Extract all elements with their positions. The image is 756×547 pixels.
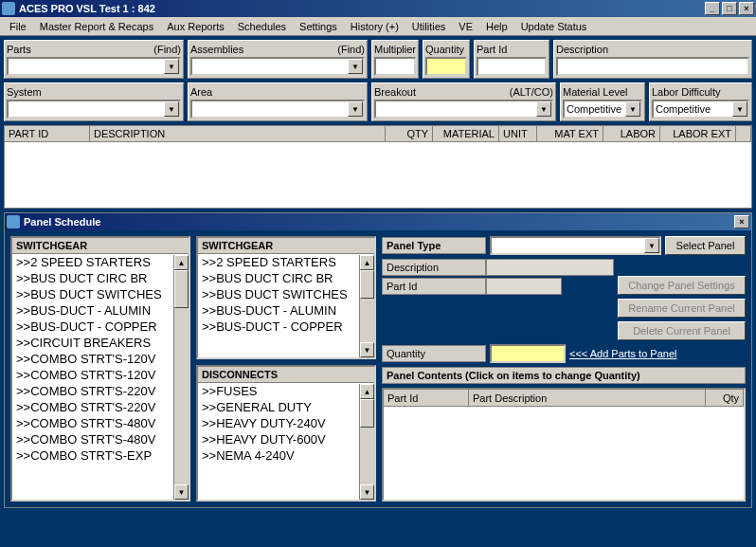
disconnects-header: DISCONNECTS — [198, 367, 374, 383]
disconnects-list[interactable]: DISCONNECTS >>FUSES>>GENERAL DUTY>>HEAVY… — [196, 365, 376, 501]
cont-col-partid[interactable]: Part Id — [384, 390, 469, 406]
assemblies-combo[interactable] — [190, 57, 365, 76]
panel-contents-grid[interactable]: Part Id Part Description Qty — [382, 388, 746, 501]
minimize-button[interactable]: _ — [705, 2, 720, 15]
dropdown-arrow-icon[interactable] — [625, 101, 640, 117]
list-item[interactable]: >>FUSES — [198, 383, 374, 399]
col-description[interactable]: DESCRIPTION — [90, 126, 386, 141]
scrollbar[interactable]: ▲ ▼ — [359, 255, 374, 357]
dropdown-arrow-icon[interactable] — [644, 238, 659, 253]
scroll-up-icon[interactable]: ▲ — [360, 384, 374, 399]
quantity-input[interactable] — [425, 57, 467, 76]
menu-schedules[interactable]: Schedules — [232, 19, 292, 34]
menu-history[interactable]: History (+) — [345, 19, 405, 34]
menu-settings[interactable]: Settings — [294, 19, 343, 34]
list-item[interactable]: >>BUS DUCT SWITCHES — [12, 286, 189, 302]
scroll-down-icon[interactable]: ▼ — [360, 484, 374, 500]
scroll-up-icon[interactable]: ▲ — [360, 255, 374, 270]
list-item[interactable]: >>HEAVY DUTY-600V — [198, 431, 374, 447]
list-item[interactable]: >>BUS-DUCT - ALUMIN — [12, 302, 189, 319]
labdiff-combo[interactable]: Competitive — [652, 100, 749, 119]
list-item[interactable]: >>NEMA 4-240V — [198, 447, 374, 464]
col-material[interactable]: MATERIAL — [433, 126, 499, 141]
list-item[interactable]: >>BUS-DUCT - COPPER — [12, 319, 189, 335]
labdiff-label: Labor Difficulty — [652, 86, 721, 98]
list-item[interactable]: >>BUS DUCT SWITCHES — [198, 286, 374, 302]
parts-combo[interactable] — [7, 57, 181, 76]
list-item[interactable]: >>COMBO STRT'S-EXP — [12, 447, 189, 464]
select-panel-button[interactable]: Select Panel — [665, 236, 746, 255]
list-item[interactable]: >>COMBO STRT'S-480V — [12, 431, 189, 447]
scrollbar[interactable]: ▲ ▼ — [359, 384, 374, 500]
grid-scroll-spacer — [736, 126, 751, 141]
scroll-thumb[interactable] — [360, 399, 374, 428]
grid-body[interactable] — [4, 142, 752, 209]
menu-utilities[interactable]: Utilities — [406, 19, 451, 34]
scroll-down-icon[interactable]: ▼ — [360, 342, 374, 357]
dropdown-arrow-icon[interactable] — [348, 59, 363, 74]
list-item[interactable]: >>GENERAL DUTY — [198, 399, 374, 415]
scroll-thumb[interactable] — [360, 270, 374, 299]
assemblies-label: Assemblies — [190, 44, 243, 55]
scroll-thumb[interactable] — [174, 270, 189, 308]
scroll-up-icon[interactable]: ▲ — [174, 255, 189, 270]
menu-aux-reports[interactable]: Aux Reports — [161, 19, 230, 34]
menu-help[interactable]: Help — [480, 19, 513, 34]
col-matext[interactable]: MAT EXT — [537, 126, 603, 141]
dropdown-arrow-icon[interactable] — [164, 59, 179, 74]
breakout-combo[interactable] — [374, 100, 553, 119]
search-row-2: System Area Breakout(ALT/CO) Material Le… — [0, 82, 756, 125]
scrollbar[interactable]: ▲ ▼ — [173, 255, 189, 500]
panel-type-combo[interactable] — [490, 236, 661, 255]
cont-col-desc[interactable]: Part Description — [469, 390, 706, 406]
matlevel-combo[interactable]: Competitive — [563, 100, 642, 119]
qty-input[interactable] — [490, 344, 566, 363]
menu-update-status[interactable]: Update Status — [515, 19, 593, 34]
description-input[interactable] — [556, 57, 749, 76]
list-item[interactable]: >>BUS DUCT CIRC BR — [198, 270, 374, 286]
delete-panel-button[interactable]: Delete Current Panel — [618, 321, 746, 340]
col-unit[interactable]: UNIT — [499, 126, 537, 141]
list-item[interactable]: >>2 SPEED STARTERS — [12, 254, 189, 270]
list-item[interactable]: >>BUS DUCT CIRC BR — [12, 270, 189, 286]
change-panel-button[interactable]: Change Panel Settings — [618, 276, 746, 295]
partid-input[interactable] — [477, 57, 547, 76]
dropdown-arrow-icon[interactable] — [164, 101, 179, 117]
list-item[interactable]: >>COMBO STRT'S-220V — [12, 383, 189, 399]
col-qty[interactable]: QTY — [386, 126, 433, 141]
panel-schedule-close-button[interactable]: × — [734, 215, 749, 228]
subwin-icon — [7, 215, 20, 228]
col-laborext[interactable]: LABOR EXT — [660, 126, 736, 141]
menu-ve[interactable]: VE — [453, 19, 478, 34]
cont-col-qty[interactable]: Qty — [706, 390, 744, 406]
col-labor[interactable]: LABOR — [603, 126, 660, 141]
list-item[interactable]: >>BUS-DUCT - ALUMIN — [198, 302, 374, 319]
dropdown-arrow-icon[interactable] — [536, 101, 551, 117]
main-grid: PART ID DESCRIPTION QTY MATERIAL UNIT MA… — [0, 125, 756, 209]
area-combo[interactable] — [190, 100, 365, 119]
list-item[interactable]: >>BUS-DUCT - COPPER — [198, 319, 374, 335]
assemblies-hint: (Find) — [337, 44, 365, 55]
list-item[interactable]: >>COMBO STRT'S-220V — [12, 399, 189, 415]
list-item[interactable]: >>2 SPEED STARTERS — [198, 254, 374, 270]
breakout-hint: (ALT/CO) — [510, 86, 553, 98]
switchgear-list-left[interactable]: SWITCHGEAR >>2 SPEED STARTERS>>BUS DUCT … — [10, 236, 190, 501]
list-item[interactable]: >>CIRCUIT BREAKERS — [12, 335, 189, 351]
scroll-down-icon[interactable]: ▼ — [174, 484, 189, 500]
add-parts-link[interactable]: <<< Add Parts to Panel — [569, 348, 676, 359]
menu-master-report[interactable]: Master Report & Recaps — [34, 19, 159, 34]
col-partid[interactable]: PART ID — [5, 126, 90, 141]
list-item[interactable]: >>COMBO STRT'S-120V — [12, 351, 189, 367]
list-item[interactable]: >>HEAVY DUTY-240V — [198, 415, 374, 431]
list-item[interactable]: >>COMBO STRT'S-480V — [12, 415, 189, 431]
close-button[interactable]: × — [739, 2, 754, 15]
dropdown-arrow-icon[interactable] — [348, 101, 363, 117]
rename-panel-button[interactable]: Rename Current Panel — [618, 299, 746, 318]
switchgear-list-right[interactable]: SWITCHGEAR >>2 SPEED STARTERS>>BUS DUCT … — [196, 236, 376, 359]
multiplier-input[interactable] — [374, 57, 416, 76]
menu-file[interactable]: File — [4, 19, 32, 34]
dropdown-arrow-icon[interactable] — [732, 101, 747, 117]
list-item[interactable]: >>COMBO STRT'S-120V — [12, 367, 189, 383]
system-combo[interactable] — [7, 100, 181, 119]
maximize-button[interactable]: □ — [722, 2, 737, 15]
